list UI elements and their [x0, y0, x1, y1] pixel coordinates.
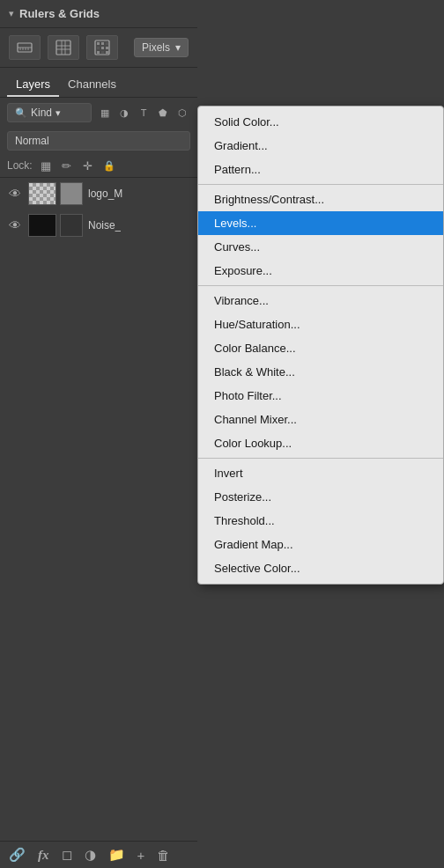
pattern-icon-button[interactable] [86, 35, 118, 60]
menu-item-color-balance[interactable]: Color Balance... [198, 336, 443, 360]
svg-rect-16 [101, 47, 104, 49]
fx-icon[interactable]: fx [38, 848, 49, 863]
lock-paint-button[interactable]: ✏ [59, 158, 75, 173]
lock-all-button[interactable]: 🔒 [101, 158, 117, 173]
adjustment-layer-menu: Solid Color... Gradient... Pattern... Br… [197, 106, 444, 585]
blend-mode-dropdown[interactable]: Normal [7, 131, 190, 151]
svg-rect-12 [97, 42, 100, 45]
lock-transparent-button[interactable]: ▦ [38, 158, 54, 173]
layer-visibility-toggle[interactable]: 👁 [7, 217, 23, 233]
adjustment-layer-icon[interactable]: ◑ [85, 847, 96, 863]
menu-item-threshold[interactable]: Threshold... [198, 509, 443, 533]
menu-item-brightness-contrast[interactable]: Brightness/Contrast... [198, 188, 443, 211]
filter-type-icons: ▦ ◑ T ⬟ ⬡ [97, 105, 190, 121]
svg-rect-18 [97, 51, 100, 54]
grid-icon-button[interactable] [48, 35, 79, 60]
menu-item-channel-mixer[interactable]: Channel Mixer... [198, 408, 443, 431]
delete-layer-icon[interactable]: 🗑 [157, 848, 170, 863]
collapse-icon[interactable]: ▾ [9, 8, 14, 19]
menu-item-gradient[interactable]: Gradient... [198, 134, 443, 158]
tab-channels[interactable]: Channels [59, 73, 125, 97]
svg-rect-19 [101, 51, 104, 54]
kind-chevron-icon: ▾ [56, 107, 61, 119]
panel: ▾ Rulers & Grids [0, 0, 197, 868]
bottom-toolbar: 🔗 fx ◻ ◑ 📁 + 🗑 [0, 841, 197, 868]
svg-rect-20 [106, 51, 108, 54]
menu-divider [198, 285, 443, 286]
svg-rect-17 [106, 47, 108, 49]
menu-item-selective-color[interactable]: Selective Color... [198, 556, 443, 580]
filter-pixel-icon[interactable]: ▦ [97, 105, 113, 121]
panel-header: ▾ Rulers & Grids [0, 0, 197, 28]
layers-tabs: Layers Channels [0, 68, 197, 98]
svg-rect-6 [56, 40, 70, 55]
filter-adjust-icon[interactable]: ◑ [116, 105, 132, 121]
filter-smart-icon[interactable]: ⬡ [174, 105, 190, 121]
layer-item[interactable]: 👁 Noise_ [0, 210, 197, 241]
menu-item-invert[interactable]: Invert [198, 461, 443, 485]
svg-rect-14 [106, 42, 108, 45]
kind-filter-dropdown[interactable]: 🔍 Kind ▾ [7, 103, 92, 122]
filter-type-icon[interactable]: T [136, 105, 152, 121]
menu-item-vibrance[interactable]: Vibrance... [198, 289, 443, 313]
filter-shape-icon[interactable]: ⬟ [155, 105, 171, 121]
search-icon: 🔍 [15, 107, 27, 119]
menu-item-black-white[interactable]: Black & White... [198, 360, 443, 384]
menu-item-pattern[interactable]: Pattern... [198, 158, 443, 181]
menu-item-curves[interactable]: Curves... [198, 235, 443, 259]
layer-item[interactable]: 👁 logo_M [0, 178, 197, 210]
menu-item-hue-saturation[interactable]: Hue/Saturation... [198, 313, 443, 336]
ruler-icon-button[interactable] [9, 35, 41, 60]
lock-row: Lock: ▦ ✏ ✛ 🔒 [0, 154, 197, 178]
menu-item-gradient-map[interactable]: Gradient Map... [198, 533, 443, 556]
menu-item-exposure[interactable]: Exposure... [198, 259, 443, 283]
layer-visibility-toggle[interactable]: 👁 [7, 186, 23, 202]
layer-mask-thumbnail [60, 214, 83, 237]
menu-item-photo-filter[interactable]: Photo Filter... [198, 384, 443, 408]
svg-rect-13 [101, 42, 104, 45]
add-mask-icon[interactable]: ◻ [62, 847, 72, 863]
link-layers-icon[interactable]: 🔗 [9, 847, 26, 863]
menu-divider [198, 458, 443, 459]
menu-divider [198, 184, 443, 185]
lock-label: Lock: [7, 159, 33, 172]
layer-thumbnail [28, 182, 56, 205]
filter-row: 🔍 Kind ▾ ▦ ◑ T ⬟ ⬡ [0, 98, 197, 128]
icon-toolbar: Pixels ▾ [0, 28, 197, 68]
lock-move-button[interactable]: ✛ [80, 158, 96, 173]
add-group-icon[interactable]: 📁 [108, 847, 125, 863]
menu-item-levels[interactable]: Levels... [198, 211, 443, 235]
pixel-unit-dropdown[interactable]: Pixels ▾ [134, 38, 189, 57]
layer-name: logo_M [88, 188, 122, 200]
menu-item-color-lookup[interactable]: Color Lookup... [198, 431, 443, 455]
add-layer-icon[interactable]: + [137, 848, 145, 863]
layer-name: Noise_ [88, 219, 121, 232]
layer-thumbnail [28, 214, 56, 237]
layer-mask-thumbnail [60, 182, 83, 205]
menu-item-solid-color[interactable]: Solid Color... [198, 110, 443, 134]
svg-rect-15 [97, 47, 100, 49]
blend-mode-row: Normal [0, 128, 197, 154]
panel-title: Rulers & Grids [19, 7, 100, 20]
tab-layers[interactable]: Layers [7, 73, 59, 97]
menu-item-posterize[interactable]: Posterize... [198, 485, 443, 509]
